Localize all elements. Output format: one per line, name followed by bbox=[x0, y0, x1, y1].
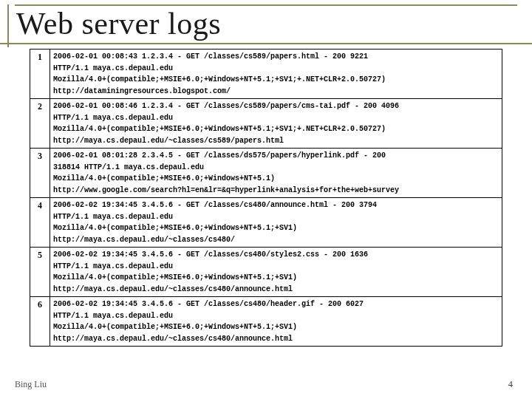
table-row: 12006-02-01 00:08:43 1.2.3.4 - GET /clas… bbox=[30, 50, 502, 99]
row-log-lines: 2006-02-01 00:08:43 1.2.3.4 - GET /class… bbox=[50, 50, 502, 99]
row-log-lines: 2006-02-02 19:34:45 3.4.5.6 - GET /class… bbox=[50, 198, 502, 248]
log-line: http://maya.cs.depaul.edu/~classes/cs480… bbox=[53, 234, 499, 246]
footer-page-number: 4 bbox=[508, 378, 514, 390]
row-index: 6 bbox=[30, 297, 50, 347]
log-line: Mozilla/4.0+(compatible;+MSIE+6.0;+Windo… bbox=[53, 321, 499, 333]
row-index: 4 bbox=[30, 198, 50, 248]
log-line: HTTP/1.1 maya.cs.depaul.edu bbox=[53, 310, 499, 322]
log-line: http://maya.cs.depaul.edu/~classes/cs480… bbox=[53, 284, 499, 296]
log-line: 2006-02-02 19:34:45 3.4.5.6 - GET /class… bbox=[53, 200, 499, 211]
table-row: 32006-02-01 08:01:28 2.3.4.5 - GET /clas… bbox=[30, 149, 502, 198]
log-line: 318814 HTTP/1.1 maya.cs.depaul.edu bbox=[53, 162, 499, 174]
log-line: 2006-02-01 00:08:43 1.2.3.4 - GET /class… bbox=[53, 51, 499, 63]
table-row: 52006-02-02 19:34:45 3.4.5.6 - GET /clas… bbox=[30, 248, 502, 297]
title-accent-vertical bbox=[7, 4, 9, 47]
row-index: 5 bbox=[30, 248, 50, 297]
slide: Web server logs 12006-02-01 00:08:43 1.2… bbox=[0, 0, 532, 399]
table-row: 42006-02-02 19:34:45 3.4.5.6 - GET /clas… bbox=[30, 198, 502, 248]
table-row: 22006-02-01 00:08:46 1.2.3.4 - GET /clas… bbox=[30, 99, 502, 149]
log-line: Mozilla/4.0+(compatible;+MSIE+6.0;+Windo… bbox=[53, 74, 499, 86]
log-line: HTTP/1.1 maya.cs.depaul.edu bbox=[53, 63, 499, 75]
table-row: 62006-02-02 19:34:45 3.4.5.6 - GET /clas… bbox=[30, 297, 502, 347]
row-log-lines: 2006-02-01 00:08:46 1.2.3.4 - GET /class… bbox=[50, 99, 502, 149]
log-line: http://maya.cs.depaul.edu/~classes/cs480… bbox=[53, 333, 499, 345]
log-line: 2006-02-02 19:34:45 3.4.5.6 - GET /class… bbox=[53, 249, 499, 261]
log-table: 12006-02-01 00:08:43 1.2.3.4 - GET /clas… bbox=[30, 49, 502, 347]
row-index: 2 bbox=[30, 99, 50, 149]
log-line: HTTP/1.1 maya.cs.depaul.edu bbox=[53, 261, 499, 273]
footer-author: Bing Liu bbox=[15, 379, 47, 390]
log-line: http://www.google.com/search?hl=en&lr=&q… bbox=[53, 185, 499, 197]
log-line: HTTP/1.1 maya.cs.depaul.edu bbox=[53, 211, 499, 223]
log-line: Mozilla/4.0+(compatible;+MSIE+6.0;+Windo… bbox=[53, 222, 499, 234]
log-line: Mozilla/4.0+(compatible;+MSIE+6.0;+Windo… bbox=[53, 173, 499, 185]
row-log-lines: 2006-02-01 08:01:28 2.3.4.5 - GET /class… bbox=[50, 149, 502, 198]
log-line: http://maya.cs.depaul.edu/~classes/cs589… bbox=[53, 135, 499, 147]
log-line: http://dataminingresources.blogspot.com/ bbox=[53, 86, 499, 98]
row-log-lines: 2006-02-02 19:34:45 3.4.5.6 - GET /class… bbox=[50, 297, 502, 347]
log-line: 2006-02-01 08:01:28 2.3.4.5 - GET /class… bbox=[53, 150, 499, 162]
log-line: 2006-02-01 00:08:46 1.2.3.4 - GET /class… bbox=[53, 100, 499, 112]
log-line: Mozilla/4.0+(compatible;+MSIE+6.0;+Windo… bbox=[53, 272, 499, 284]
title-accent-underline bbox=[0, 43, 532, 44]
log-line: HTTP/1.1 maya.cs.depaul.edu bbox=[53, 112, 499, 124]
row-log-lines: 2006-02-02 19:34:45 3.4.5.6 - GET /class… bbox=[50, 248, 502, 297]
row-index: 3 bbox=[30, 149, 50, 198]
log-line: 2006-02-02 19:34:45 3.4.5.6 - GET /class… bbox=[53, 299, 499, 310]
slide-title: Web server logs bbox=[16, 6, 517, 41]
row-index: 1 bbox=[30, 50, 50, 99]
log-line: Mozilla/4.0+(compatible;+MSIE+6.0;+Windo… bbox=[53, 123, 499, 135]
